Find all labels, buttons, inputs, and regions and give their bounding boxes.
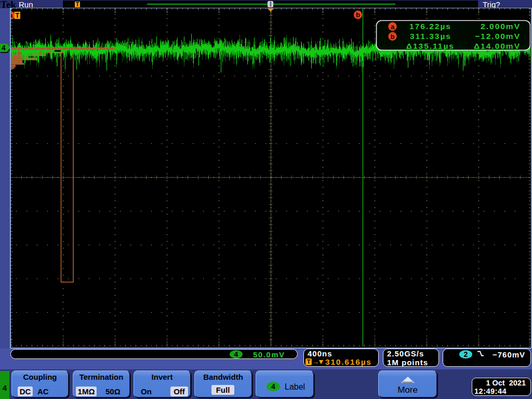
svg-text:−12.00mV: −12.00mV xyxy=(475,32,521,41)
svg-text:Δ14.00mV: Δ14.00mV xyxy=(474,42,521,50)
svg-text:a: a xyxy=(11,12,12,19)
svg-text:Δ135.11µs: Δ135.11µs xyxy=(406,42,455,50)
svg-text:b: b xyxy=(356,11,360,19)
svg-text:176.22µs: 176.22µs xyxy=(409,22,451,31)
svg-text:2.000mV: 2.000mV xyxy=(481,22,521,31)
svg-text:a: a xyxy=(391,23,395,31)
svg-text:b: b xyxy=(391,33,395,41)
svg-text:T: T xyxy=(15,12,19,19)
svg-text:311.33µs: 311.33µs xyxy=(410,32,451,41)
